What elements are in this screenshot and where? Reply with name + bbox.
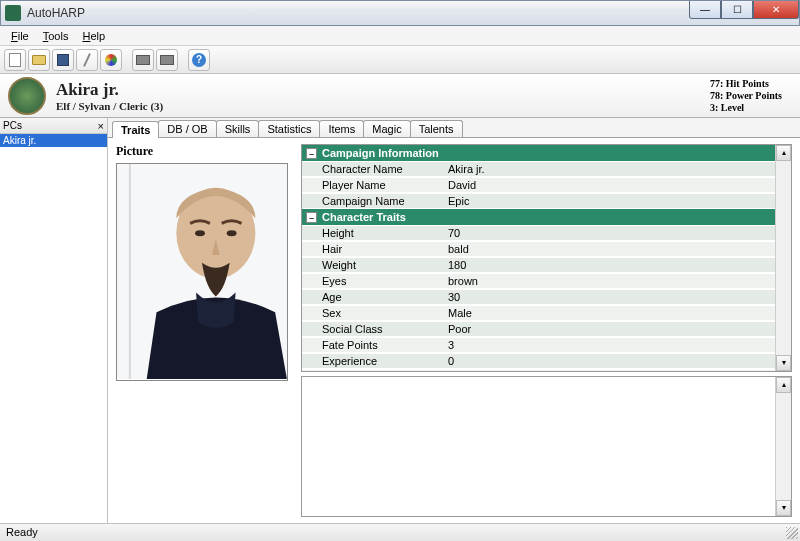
property-key: Weight <box>302 258 442 272</box>
menu-file[interactable]: File <box>4 28 36 44</box>
portrait-image <box>117 164 287 379</box>
property-value[interactable]: Male <box>442 306 775 320</box>
menu-bar: File Tools Help <box>0 26 800 46</box>
property-value[interactable]: Poor <box>442 322 775 336</box>
sidebar-header: PCs × <box>0 118 107 134</box>
property-group-header[interactable]: –Character Traits <box>302 209 775 225</box>
property-row[interactable]: Age30 <box>302 289 775 305</box>
property-row[interactable]: Campaign NameEpic <box>302 193 775 209</box>
property-key: Campaign Name <box>302 194 442 208</box>
character-header: Akira jr. Elf / Sylvan / Cleric (3) 77: … <box>0 74 800 118</box>
property-key: Player Name <box>302 178 442 192</box>
property-key: Age <box>302 290 442 304</box>
scroll-down-icon[interactable]: ▾ <box>776 355 791 371</box>
property-value[interactable]: 0 <box>442 354 775 368</box>
property-row[interactable]: Character NameAkira jr. <box>302 161 775 177</box>
resize-grip[interactable] <box>786 527 798 539</box>
maximize-button[interactable]: ☐ <box>721 1 753 19</box>
property-row[interactable]: Eyesbrown <box>302 273 775 289</box>
picture-column: Picture <box>116 144 291 517</box>
property-row[interactable]: Weight180 <box>302 257 775 273</box>
desc-scrollbar[interactable]: ▴ ▾ <box>775 377 791 516</box>
property-row[interactable]: Social ClassPoor <box>302 321 775 337</box>
collapse-icon[interactable]: – <box>306 148 317 159</box>
tab-magic[interactable]: Magic <box>363 120 410 137</box>
window-controls: — ☐ ✕ <box>689 1 799 19</box>
property-value[interactable]: 1 <box>442 370 775 372</box>
print-icon <box>136 55 150 65</box>
tab-items[interactable]: Items <box>319 120 364 137</box>
content-area: Traits DB / OB Skills Statistics Items M… <box>108 118 800 523</box>
main-area: PCs × Akira jr. Traits DB / OB Skills St… <box>0 118 800 523</box>
app-icon <box>5 5 21 21</box>
property-value[interactable]: Akira jr. <box>442 162 775 176</box>
character-title-block: Akira jr. Elf / Sylvan / Cleric (3) <box>56 80 163 112</box>
property-row[interactable]: Height70 <box>302 225 775 241</box>
property-key: Character Name <box>302 162 442 176</box>
property-value[interactable]: 30 <box>442 290 775 304</box>
roll-button[interactable] <box>100 49 122 71</box>
svg-point-4 <box>227 230 237 236</box>
property-key: Sex <box>302 306 442 320</box>
description-textbox[interactable]: ▴ ▾ <box>301 376 792 517</box>
print-button[interactable] <box>132 49 154 71</box>
close-button[interactable]: ✕ <box>753 1 799 19</box>
property-row[interactable]: Development Points1 <box>302 369 775 372</box>
tab-skills[interactable]: Skills <box>216 120 260 137</box>
property-value[interactable]: Epic <box>442 194 775 208</box>
property-key: Experience <box>302 354 442 368</box>
property-row[interactable]: Hairbald <box>302 241 775 257</box>
print-preview-button[interactable] <box>156 49 178 71</box>
character-portrait[interactable] <box>116 163 288 381</box>
property-group-header[interactable]: –Campaign Information <box>302 145 775 161</box>
property-key: Fate Points <box>302 338 442 352</box>
picture-label: Picture <box>116 144 291 159</box>
property-key: Hair <box>302 242 442 256</box>
window-title: AutoHARP <box>27 6 85 20</box>
scroll-down-icon[interactable]: ▾ <box>776 500 791 516</box>
pc-list-item[interactable]: Akira jr. <box>0 134 107 147</box>
minimize-button[interactable]: — <box>689 1 721 19</box>
wand-icon <box>83 53 91 67</box>
property-value[interactable]: 180 <box>442 258 775 272</box>
new-icon <box>9 53 21 67</box>
property-value[interactable]: 3 <box>442 338 775 352</box>
tab-traits[interactable]: Traits <box>112 121 159 138</box>
status-text: Ready <box>6 526 38 538</box>
menu-tools[interactable]: Tools <box>36 28 76 44</box>
stat-pp: 78: Power Points <box>710 90 782 102</box>
property-row[interactable]: Fate Points3 <box>302 337 775 353</box>
grid-scrollbar[interactable]: ▴ ▾ <box>775 145 791 371</box>
scroll-up-icon[interactable]: ▴ <box>776 377 791 393</box>
scroll-up-icon[interactable]: ▴ <box>776 145 791 161</box>
new-button[interactable] <box>4 49 26 71</box>
tab-statistics[interactable]: Statistics <box>258 120 320 137</box>
tab-talents[interactable]: Talents <box>410 120 463 137</box>
property-value[interactable]: bald <box>442 242 775 256</box>
print-icon <box>160 55 174 65</box>
property-grid: –Campaign InformationCharacter NameAkira… <box>301 144 792 372</box>
wand-button[interactable] <box>76 49 98 71</box>
menu-help[interactable]: Help <box>75 28 112 44</box>
property-value[interactable]: brown <box>442 274 775 288</box>
game-logo <box>8 77 46 115</box>
open-button[interactable] <box>28 49 50 71</box>
svg-point-3 <box>195 230 205 236</box>
property-row[interactable]: Experience0 <box>302 353 775 369</box>
tab-db-ob[interactable]: DB / OB <box>158 120 216 137</box>
character-name: Akira jr. <box>56 80 163 100</box>
color-wheel-icon <box>105 54 117 66</box>
property-row[interactable]: SexMale <box>302 305 775 321</box>
collapse-icon[interactable]: – <box>306 212 317 223</box>
open-icon <box>32 55 46 65</box>
property-value[interactable]: David <box>442 178 775 192</box>
save-button[interactable] <box>52 49 74 71</box>
stat-hp: 77: Hit Points <box>710 78 782 90</box>
help-button[interactable]: ? <box>188 49 210 71</box>
property-row[interactable]: Player NameDavid <box>302 177 775 193</box>
property-key: Eyes <box>302 274 442 288</box>
property-value[interactable]: 70 <box>442 226 775 240</box>
properties-column: –Campaign InformationCharacter NameAkira… <box>301 144 792 517</box>
svg-rect-1 <box>129 164 131 379</box>
sidebar-close-icon[interactable]: × <box>98 120 104 132</box>
